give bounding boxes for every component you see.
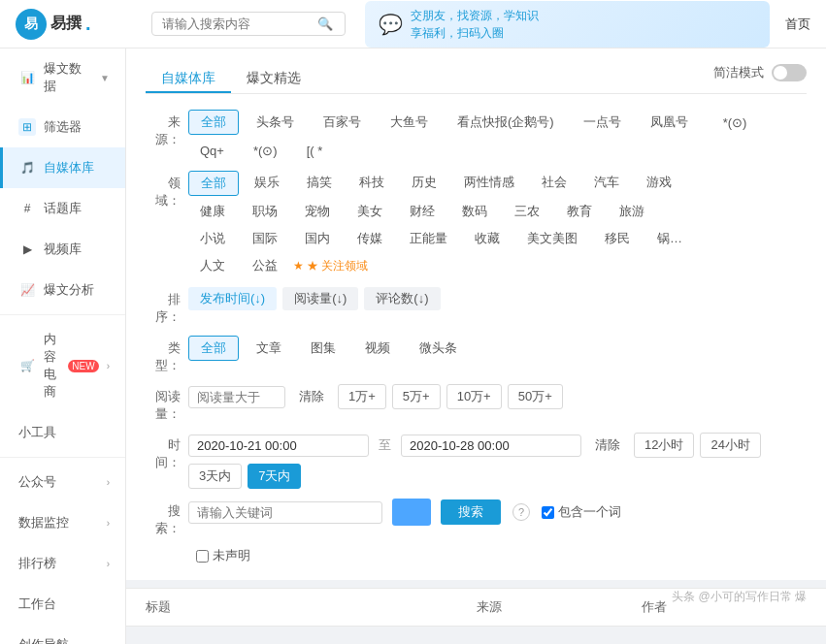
domain-tag-keji[interactable]: 科技: [347, 171, 396, 196]
sort-tag-yuedu[interactable]: 阅读量(↓): [282, 287, 358, 310]
sidebar-item-shu-ju-jian-kong[interactable]: 数据监控 ›: [0, 502, 125, 543]
source-tag-weixin[interactable]: *(⊙): [242, 141, 289, 161]
domain-tag-zhengneng[interactable]: 正能量: [398, 227, 459, 250]
unannounced-label[interactable]: 未声明: [196, 547, 250, 564]
time-btn-24h[interactable]: 24小时: [700, 433, 760, 458]
domain-tag-jiayin[interactable]: 锅…: [645, 227, 694, 250]
domain-tag-chongwu[interactable]: 宠物: [293, 200, 342, 223]
domain-tag-jiankang[interactable]: 健康: [188, 200, 237, 223]
read-input[interactable]: [188, 386, 285, 408]
type-tag-tuji[interactable]: 图集: [299, 337, 347, 360]
sidebar-item-hua-ti-ku[interactable]: # 话题库: [0, 188, 125, 229]
sidebar-item-nei-rong-dian-shang[interactable]: 🛒 内容电商 NEW ›: [0, 319, 125, 412]
domain-tag-shuma[interactable]: 数码: [450, 200, 499, 223]
domain-tag-shoucang[interactable]: 收藏: [463, 227, 512, 250]
time-start-input[interactable]: [188, 435, 369, 457]
source-label: 来源：: [146, 110, 188, 148]
domain-tag-lvyou[interactable]: 旅游: [608, 200, 656, 223]
help-icon[interactable]: ?: [512, 503, 530, 521]
domain-tag-jiaoyu[interactable]: 教育: [555, 200, 604, 223]
sidebar-divider-2: [0, 457, 125, 458]
header-nav-home[interactable]: 首页: [770, 16, 810, 33]
sidebar-label-gong-zuo-tai: 工作台: [18, 596, 56, 613]
domain-tag-liangjing[interactable]: 两性情感: [452, 171, 526, 196]
domain-tag-yimin[interactable]: 移民: [593, 227, 642, 250]
keyword-input[interactable]: [188, 501, 382, 524]
domain-tag-renwen[interactable]: 人文: [188, 254, 237, 277]
domain-tag-gongyi[interactable]: 公益: [241, 254, 289, 277]
time-clear-btn[interactable]: 清除: [587, 434, 628, 457]
domain-tag-sannong[interactable]: 三农: [503, 200, 551, 223]
sidebar-item-bao-wen-data[interactable]: 📊 爆文数据 ▼: [0, 48, 125, 107]
count-btn-10wan[interactable]: 10万+: [446, 384, 502, 409]
include-one-word-checkbox[interactable]: [542, 506, 554, 519]
sidebar-label-bao-wen-fen-xi: 爆文分析: [44, 281, 94, 299]
sidebar-item-zi-mei-ti-ku[interactable]: 🎵 自媒体库: [0, 147, 125, 188]
domain-attention-tag[interactable]: ★ ★ 关注领域: [293, 258, 368, 274]
domain-tag-xiaoshuo[interactable]: 小说: [188, 227, 237, 250]
sidebar-item-pai-hang-bang[interactable]: 排行榜 ›: [0, 543, 125, 584]
count-btn-1wan[interactable]: 1万+: [338, 384, 386, 409]
source-tag-baijia[interactable]: 百家号: [312, 111, 373, 134]
source-tag-yidian[interactable]: 一点号: [572, 111, 633, 134]
domain-tag-all[interactable]: 全部: [188, 171, 239, 196]
sort-tag-pinglun[interactable]: 评论数(↓): [364, 287, 440, 310]
source-tag-all[interactable]: 全部: [188, 110, 239, 135]
domain-tag-guonei[interactable]: 国内: [293, 227, 342, 250]
domain-tag-youxi[interactable]: 游戏: [635, 171, 683, 196]
domain-tag-guoji[interactable]: 国际: [241, 227, 289, 250]
sidebar-label-gong-zhong-hao: 公众号: [18, 473, 56, 491]
sidebar-item-shai-xuan-qi[interactable]: ⊞ 筛选器: [0, 107, 125, 147]
read-label: 阅读量：: [146, 384, 188, 423]
time-btn-7d[interactable]: 7天内: [248, 464, 301, 489]
header-search-input[interactable]: [162, 16, 317, 31]
sidebar-item-xiao-gong-ju[interactable]: 小工具: [0, 412, 125, 453]
time-btn-12h[interactable]: 12小时: [634, 433, 694, 458]
domain-tag-shehui[interactable]: 社会: [530, 171, 578, 196]
domain-tag-caijing[interactable]: 财经: [398, 200, 446, 223]
read-clear-btn[interactable]: 清除: [291, 385, 332, 408]
unannounced-row: 未声明: [146, 547, 807, 564]
tab-bao-wen-jing-xuan[interactable]: 爆文精选: [231, 66, 316, 93]
source-tag-kandian[interactable]: 看点快报(企鹅号): [446, 111, 566, 134]
sidebar-item-gong-zhong-hao[interactable]: 公众号 ›: [0, 462, 125, 502]
time-end-input[interactable]: [401, 435, 581, 457]
include-one-word-label[interactable]: 包含一个词: [542, 503, 621, 521]
search-icon: 🔍: [317, 16, 333, 31]
type-tag-shipin[interactable]: 视频: [353, 337, 402, 360]
simple-mode-toggle[interactable]: 简洁模式: [713, 64, 807, 81]
search-button[interactable]: 搜索: [441, 499, 501, 525]
time-separator: 至: [375, 436, 395, 454]
source-tag-fenghuang[interactable]: 凤凰号: [639, 111, 700, 134]
type-tag-wenzhang[interactable]: 文章: [245, 337, 293, 360]
sort-tag-fabushijian[interactable]: 发布时间(↓): [188, 287, 277, 310]
source-tag-wangyi[interactable]: *(⊙): [711, 113, 759, 133]
type-tag-weitou[interactable]: 微头条: [408, 337, 469, 360]
tab-zi-mei-ti-ku[interactable]: 自媒体库: [146, 66, 231, 93]
source-tag-bili[interactable]: [( *: [295, 141, 335, 161]
header-search-bar[interactable]: 🔍: [151, 12, 346, 36]
domain-tag-chuanmei[interactable]: 传媒: [346, 227, 394, 250]
time-btn-3d[interactable]: 3天内: [188, 464, 242, 489]
toggle-switch[interactable]: [772, 64, 807, 81]
domain-tag-meinv[interactable]: 美女: [346, 200, 394, 223]
count-btn-50wan[interactable]: 50万+: [508, 384, 563, 409]
hashtag-icon: #: [18, 200, 36, 217]
type-tag-all[interactable]: 全部: [188, 336, 239, 361]
domain-tag-meiwen[interactable]: 美文美图: [515, 227, 589, 250]
source-tag-qq[interactable]: Qq+: [188, 141, 236, 161]
domain-tag-qiche[interactable]: 汽车: [582, 171, 631, 196]
count-btn-5wan[interactable]: 5万+: [392, 384, 441, 409]
sidebar-item-chuang-zuo-dao-hang[interactable]: 创作导航: [0, 625, 125, 644]
domain-tag-zhichang[interactable]: 职场: [241, 200, 289, 223]
filter-panel: 自媒体库 爆文精选 简洁模式 来源： 全部 头条号 百家号 大鱼号: [126, 48, 826, 580]
source-tag-toutiao[interactable]: 头条号: [245, 111, 306, 134]
domain-tag-lishi[interactable]: 历史: [400, 171, 448, 196]
sidebar-item-bao-wen-fen-xi[interactable]: 📈 爆文分析: [0, 270, 125, 310]
unannounced-checkbox[interactable]: [196, 550, 209, 563]
sidebar-item-shi-pin-ku[interactable]: ▶ 视频库: [0, 229, 125, 270]
domain-tag-yule[interactable]: 娱乐: [243, 171, 291, 196]
domain-tag-gaoxiao[interactable]: 搞笑: [295, 171, 344, 196]
source-tag-dayu[interactable]: 大鱼号: [379, 111, 440, 134]
sidebar-item-gong-zuo-tai[interactable]: 工作台: [0, 584, 125, 625]
